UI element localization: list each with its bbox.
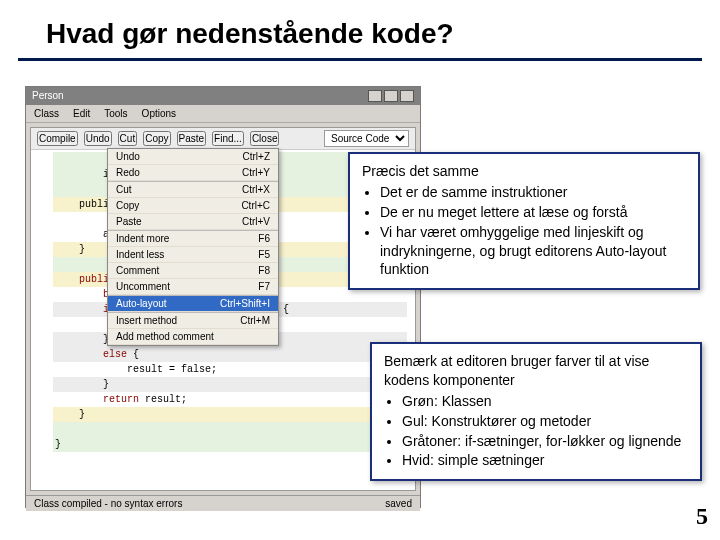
callout-2-heading: Bemærk at editoren bruger farver til at …: [384, 352, 688, 390]
paste-button[interactable]: Paste: [177, 131, 207, 146]
menu-item-copy[interactable]: CopyCtrl+C: [108, 198, 278, 214]
menu-item-cut[interactable]: CutCtrl+X: [108, 181, 278, 198]
callout-2-list: Grøn: KlassenGul: Konstruktører og metod…: [384, 392, 688, 471]
copy-button[interactable]: Copy: [143, 131, 170, 146]
menu-class[interactable]: Class: [34, 108, 59, 119]
callout-bullet: Grøn: Klassen: [402, 392, 688, 411]
callout-bullet: Gul: Konstruktører og metoder: [402, 412, 688, 431]
editor-toolbar: Compile Undo Cut Copy Paste Find... Clos…: [31, 128, 415, 150]
menu-item-comment[interactable]: CommentF8: [108, 263, 278, 279]
callout-1-heading: Præcis det samme: [362, 162, 686, 181]
window-title: Person: [32, 90, 64, 102]
statusbar: Class compiled - no syntax errors saved: [26, 495, 420, 511]
menu-item-redo[interactable]: RedoCtrl+Y: [108, 165, 278, 181]
maximize-icon[interactable]: [384, 90, 398, 102]
code-line: }: [53, 407, 407, 422]
slide-title: Hvad gør nedenstående kode?: [18, 0, 702, 61]
code-line: else {: [53, 347, 407, 362]
menu-item-add-method-comment[interactable]: Add method comment: [108, 329, 278, 345]
callout-bullet: Vi har været omhyggelige med linjeskift …: [380, 223, 686, 280]
close-button[interactable]: Close: [250, 131, 280, 146]
editor-window: Person Class Edit Tools Options Compile …: [25, 86, 421, 508]
editor-titlebar: Person: [26, 87, 420, 105]
callout-bullet: De er nu meget lettere at læse og forstå: [380, 203, 686, 222]
status-left: Class compiled - no syntax errors: [34, 498, 182, 509]
close-icon[interactable]: [400, 90, 414, 102]
callout-bullet: Det er de samme instruktioner: [380, 183, 686, 202]
minimize-icon[interactable]: [368, 90, 382, 102]
callout-1: Præcis det samme Det er de samme instruk…: [348, 152, 700, 290]
callout-bullet: Hvid: simple sætninger: [402, 451, 688, 470]
view-select[interactable]: Source Code: [324, 130, 409, 147]
menu-options[interactable]: Options: [142, 108, 176, 119]
menu-item-uncomment[interactable]: UncommentF7: [108, 279, 278, 295]
callout-2: Bemærk at editoren bruger farver til at …: [370, 342, 702, 481]
callout-bullet: Gråtoner: if-sætninger, for-løkker og li…: [402, 432, 688, 451]
undo-button[interactable]: Undo: [84, 131, 112, 146]
menu-item-undo[interactable]: UndoCtrl+Z: [108, 149, 278, 165]
code-line: return result;: [53, 392, 407, 407]
callout-1-list: Det er de samme instruktionerDe er nu me…: [362, 183, 686, 279]
menu-item-paste[interactable]: PasteCtrl+V: [108, 214, 278, 230]
find-button[interactable]: Find...: [212, 131, 244, 146]
code-line: [53, 422, 407, 437]
edit-dropdown: UndoCtrl+ZRedoCtrl+YCutCtrl+XCopyCtrl+CP…: [107, 148, 279, 346]
code-line: }: [53, 377, 407, 392]
menu-item-indent-more[interactable]: Indent moreF6: [108, 230, 278, 247]
menu-item-auto-layout[interactable]: Auto-layoutCtrl+Shift+I: [108, 295, 278, 312]
compile-button[interactable]: Compile: [37, 131, 78, 146]
menu-edit[interactable]: Edit: [73, 108, 90, 119]
cut-button[interactable]: Cut: [118, 131, 138, 146]
menubar: Class Edit Tools Options: [26, 105, 420, 123]
page-number: 5: [696, 503, 708, 530]
menu-tools[interactable]: Tools: [104, 108, 127, 119]
status-right: saved: [385, 498, 412, 509]
menu-item-indent-less[interactable]: Indent lessF5: [108, 247, 278, 263]
menu-item-insert-method[interactable]: Insert methodCtrl+M: [108, 312, 278, 329]
code-line: result = false;: [53, 362, 407, 377]
code-line: }: [53, 437, 407, 452]
